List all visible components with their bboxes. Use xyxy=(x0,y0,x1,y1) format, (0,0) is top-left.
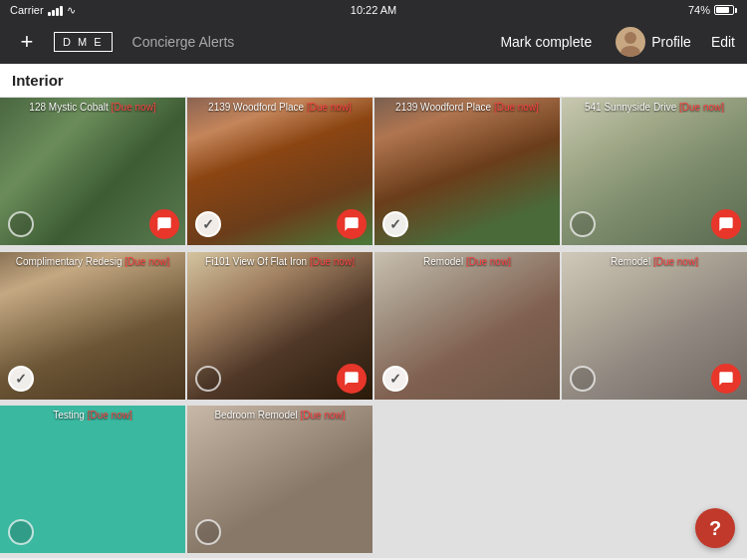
add-button[interactable]: + xyxy=(12,29,42,55)
item-label-redesign: Complimentary Redesig [Due now] xyxy=(0,256,185,267)
due-label: [Due now] xyxy=(124,256,169,267)
status-left: Carrier ∿ xyxy=(10,4,76,17)
due-label: [Due now] xyxy=(653,256,698,267)
profile-label[interactable]: Profile xyxy=(651,34,691,50)
svg-point-0 xyxy=(624,32,636,44)
chat-button-woodford1[interactable] xyxy=(337,209,367,239)
grid-item-flatiron[interactable]: Fi101 View Of Flat Iron [Due now] xyxy=(187,252,373,400)
item-label-woodford2: 2139 Woodford Place [Due now] xyxy=(374,102,560,113)
check-circle-bedroom[interactable] xyxy=(195,519,221,545)
grid-item-woodford2[interactable]: 2139 Woodford Place [Due now] xyxy=(374,98,560,245)
grid-item-sunnyside[interactable]: 541 Sunnyside Drive [Due now] xyxy=(562,98,747,245)
check-circle-remodel2[interactable] xyxy=(570,366,596,392)
avatar xyxy=(616,27,645,57)
item-label-sunnyside: 541 Sunnyside Drive [Due now] xyxy=(562,102,747,113)
avatar-icon xyxy=(616,27,645,57)
due-label: [Due now] xyxy=(679,102,724,113)
chat-button-remodel2[interactable] xyxy=(711,364,741,394)
item-label-woodford1: 2139 Woodford Place [Due now] xyxy=(187,102,373,113)
grid-item-woodford1[interactable]: 2139 Woodford Place [Due now] xyxy=(187,98,373,245)
grid-item-redesign[interactable]: Complimentary Redesig [Due now] xyxy=(0,252,185,400)
item-label-remodel2: Remodel [Due now] xyxy=(562,256,747,267)
check-circle-remodel1[interactable] xyxy=(382,366,408,392)
mark-complete-button[interactable]: Mark complete xyxy=(500,34,592,50)
concierge-alerts-label[interactable]: Concierge Alerts xyxy=(132,34,235,50)
status-right: 74% xyxy=(688,4,737,16)
item-label-mystic: 128 Mystic Cobalt [Due now] xyxy=(0,102,185,113)
chat-icon xyxy=(156,216,172,232)
check-circle-flatiron[interactable] xyxy=(195,366,221,392)
chat-icon xyxy=(344,371,360,387)
section-header: Interior xyxy=(0,64,747,98)
grid-item-remodel2[interactable]: Remodel [Due now] xyxy=(562,252,747,400)
status-time: 10:22 AM xyxy=(351,4,396,16)
check-circle-redesign[interactable] xyxy=(8,366,34,392)
battery-icon xyxy=(714,5,737,15)
help-button[interactable]: ? xyxy=(695,508,735,548)
check-circle-woodford2[interactable] xyxy=(382,211,408,237)
due-label: [Due now] xyxy=(112,102,156,113)
photo-grid: 128 Mystic Cobalt [Due now]2139 Woodford… xyxy=(0,98,747,558)
chat-button-sunnyside[interactable] xyxy=(711,209,741,239)
check-circle-sunnyside[interactable] xyxy=(570,211,596,237)
check-circle-mystic[interactable] xyxy=(8,211,34,237)
grid-item-remodel1[interactable]: Remodel [Due now] xyxy=(374,252,560,400)
due-label: [Due now] xyxy=(307,102,352,113)
item-label-flatiron: Fi101 View Of Flat Iron [Due now] xyxy=(187,256,373,267)
item-label-remodel1: Remodel [Due now] xyxy=(374,256,560,267)
section-title: Interior xyxy=(12,72,64,89)
svg-point-1 xyxy=(621,46,640,57)
item-label-testing: Testing [Due now] xyxy=(0,410,185,420)
chat-button-flatiron[interactable] xyxy=(337,364,367,394)
chat-icon xyxy=(344,216,360,232)
grid-item-testing[interactable]: Testing [Due now] xyxy=(0,406,185,553)
check-circle-woodford1[interactable] xyxy=(195,211,221,237)
grid-item-bedroom[interactable]: Bedroom Remodel [Due now] xyxy=(187,406,373,553)
chat-icon xyxy=(718,216,734,232)
edit-button[interactable]: Edit xyxy=(711,34,735,50)
carrier-label: Carrier xyxy=(10,4,44,16)
chat-button-mystic[interactable] xyxy=(149,209,179,239)
due-label: [Due now] xyxy=(301,410,346,420)
chat-icon xyxy=(718,371,734,387)
due-label: [Due now] xyxy=(310,256,355,267)
nav-bar: + D M E Concierge Alerts Mark complete P… xyxy=(0,20,747,64)
grid-item-mystic[interactable]: 128 Mystic Cobalt [Due now] xyxy=(0,98,185,245)
due-label: [Due now] xyxy=(466,256,511,267)
status-bar: Carrier ∿ 10:22 AM 74% xyxy=(0,0,747,20)
check-circle-testing[interactable] xyxy=(8,519,34,545)
signal-icon xyxy=(48,4,63,16)
wifi-icon: ∿ xyxy=(67,4,76,17)
dme-label: D M E xyxy=(54,32,113,52)
item-label-bedroom: Bedroom Remodel [Due now] xyxy=(187,410,373,420)
due-label: [Due now] xyxy=(494,102,539,113)
due-label: [Due now] xyxy=(88,410,132,420)
battery-percent: 74% xyxy=(688,4,710,16)
profile-area: Profile xyxy=(616,27,691,57)
